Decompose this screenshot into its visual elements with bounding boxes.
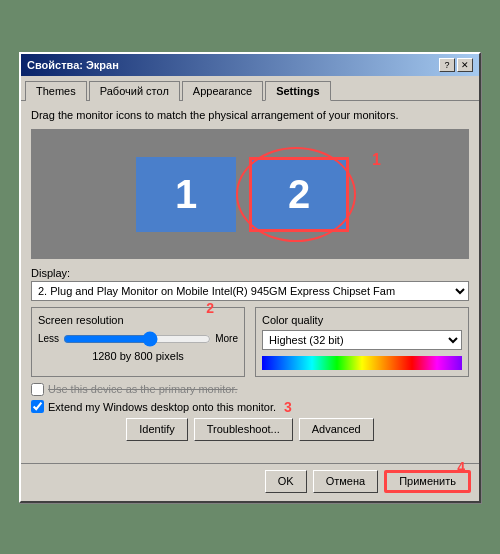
ok-button[interactable]: OK: [265, 470, 307, 493]
monitor-1[interactable]: 1: [136, 157, 236, 232]
slider-more-label: More: [215, 333, 238, 344]
tab-themes[interactable]: Themes: [25, 81, 87, 101]
window-title: Свойства: Экран: [27, 59, 119, 71]
extend-desktop-checkbox[interactable]: [31, 400, 44, 413]
tabs-row: Themes Рабочий стол Appearance Settings: [21, 76, 479, 101]
resolution-value: 1280 by 800 pixels: [38, 350, 238, 362]
advanced-button[interactable]: Advanced: [299, 418, 374, 441]
color-box: Color quality Highest (32 bit): [255, 307, 469, 377]
help-button[interactable]: ?: [439, 58, 455, 72]
two-columns: 2 Screen resolution Less More 1280 by 80…: [31, 307, 469, 377]
display-label: Display:: [31, 267, 469, 279]
resolution-box: 2 Screen resolution Less More 1280 by 80…: [31, 307, 245, 377]
bottom-buttons: OK Отмена Применить: [21, 463, 479, 501]
annotation-4: 4: [457, 459, 465, 475]
slider-less-label: Less: [38, 333, 59, 344]
display-section: Display: 2. Plug and Play Monitor on Mob…: [31, 267, 469, 301]
resolution-slider[interactable]: [63, 332, 211, 346]
display-dropdown[interactable]: 2. Plug and Play Monitor on Mobile Intel…: [31, 281, 469, 301]
extend-desktop-label: Extend my Windows desktop onto this moni…: [48, 401, 276, 413]
main-window: Свойства: Экран ? ✕ Themes Рабочий стол …: [19, 52, 481, 503]
monitor-2-number: 2: [288, 172, 310, 217]
extend-desktop-row: Extend my Windows desktop onto this moni…: [31, 399, 469, 415]
bottom-area: OK Отмена Применить 4: [21, 463, 479, 501]
monitor-2[interactable]: 2: [249, 157, 349, 232]
primary-monitor-row: Use this device as the primary monitor.: [31, 383, 469, 396]
tab-desktop[interactable]: Рабочий стол: [89, 81, 180, 101]
description-text: Drag the monitor icons to match the phys…: [31, 109, 469, 121]
monitor-area: 1 2 1: [31, 129, 469, 259]
action-buttons: Identify Troubleshoot... Advanced: [31, 418, 469, 441]
primary-monitor-checkbox[interactable]: [31, 383, 44, 396]
tab-settings[interactable]: Settings: [265, 81, 330, 101]
title-bar-buttons: ? ✕: [439, 58, 473, 72]
close-button[interactable]: ✕: [457, 58, 473, 72]
cancel-button[interactable]: Отмена: [313, 470, 378, 493]
primary-monitor-label: Use this device as the primary monitor.: [48, 383, 238, 395]
annotation-2: 2: [206, 300, 214, 316]
color-dropdown[interactable]: Highest (32 bit): [262, 330, 462, 350]
tab-appearance[interactable]: Appearance: [182, 81, 263, 101]
annotation-1: 1: [372, 151, 381, 169]
color-title: Color quality: [262, 314, 462, 326]
slider-row: Less More: [38, 332, 238, 346]
color-bar: [262, 356, 462, 370]
identify-button[interactable]: Identify: [126, 418, 187, 441]
monitor-1-number: 1: [175, 172, 197, 217]
title-bar: Свойства: Экран ? ✕: [21, 54, 479, 76]
annotation-3: 3: [284, 399, 292, 415]
content-area: Drag the monitor icons to match the phys…: [21, 101, 479, 459]
troubleshoot-button[interactable]: Troubleshoot...: [194, 418, 293, 441]
